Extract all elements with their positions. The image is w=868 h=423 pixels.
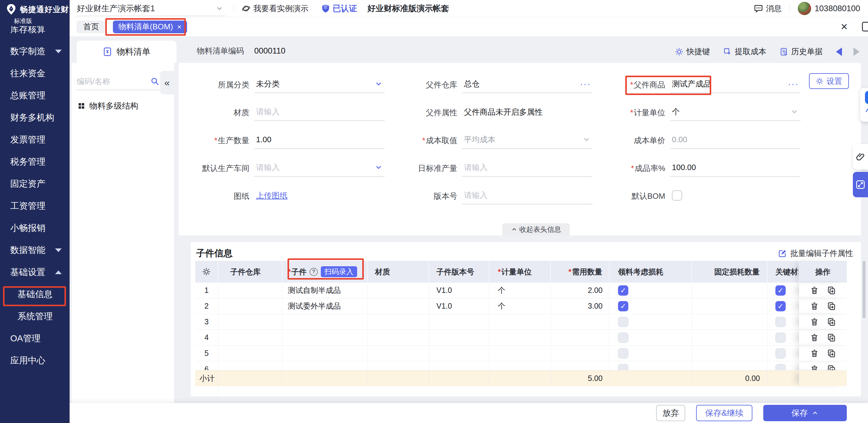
- more-ellipsis-icon[interactable]: ···: [580, 82, 591, 86]
- upload-drawing-link[interactable]: 上传图纸: [256, 190, 287, 201]
- cell-warehouse[interactable]: [218, 361, 282, 370]
- loss-checkbox[interactable]: [618, 317, 628, 327]
- search-icon[interactable]: [150, 77, 159, 86]
- cell-qty[interactable]: [551, 361, 610, 370]
- cell-version[interactable]: [429, 330, 489, 345]
- key-material-checkbox[interactable]: [775, 364, 786, 370]
- key-material-checkbox[interactable]: [775, 332, 786, 343]
- trash-icon[interactable]: [810, 302, 819, 311]
- avatar[interactable]: [798, 2, 811, 15]
- save-and-continue-button[interactable]: 保存&继续: [696, 405, 752, 421]
- cell-material[interactable]: [368, 314, 429, 329]
- messages-button[interactable]: 消息: [754, 3, 782, 14]
- cell-material[interactable]: [368, 346, 429, 361]
- demo-link[interactable]: 我要看实例演示: [242, 3, 308, 14]
- cell-material[interactable]: [368, 330, 429, 345]
- assistant-widget[interactable]: 小畅: [860, 88, 868, 122]
- tree-search-input[interactable]: 编码/名称: [76, 73, 159, 90]
- category-select[interactable]: 未分类: [254, 77, 385, 93]
- tab-home[interactable]: 首页: [76, 21, 105, 33]
- key-material-checkbox[interactable]: ✓: [775, 285, 786, 296]
- loss-checkbox[interactable]: ✓: [618, 285, 628, 296]
- scan-entry-button[interactable]: 扫码录入: [321, 266, 357, 277]
- prev-record-icon[interactable]: [836, 47, 842, 56]
- sidebar-item-fixed-assets[interactable]: 固定资产: [0, 173, 70, 195]
- trash-icon[interactable]: [810, 365, 819, 370]
- cell-warehouse[interactable]: [218, 314, 282, 329]
- copy-row-icon[interactable]: [827, 349, 836, 358]
- certified-badge[interactable]: 企 已认证: [321, 3, 357, 14]
- batch-edit-button[interactable]: 批量编辑子件属性: [778, 248, 853, 259]
- parent-warehouse-picker[interactable]: 总仓 ···: [462, 77, 593, 93]
- history-documents-button[interactable]: 历史单据: [780, 46, 823, 57]
- loss-checkbox[interactable]: ✓: [618, 301, 628, 311]
- collapse-header-button[interactable]: 收起表头信息: [502, 223, 569, 235]
- sidebar-item-basic-info[interactable]: 基础信息: [0, 283, 70, 305]
- tree-item-multilevel-structure[interactable]: 物料多级结构: [72, 100, 174, 111]
- cell-qty[interactable]: [551, 314, 610, 329]
- cell-unit[interactable]: [489, 346, 551, 361]
- key-material-checkbox[interactable]: [775, 317, 786, 327]
- sidebar-item-oa[interactable]: OA管理: [0, 327, 70, 350]
- sidebar-item-payroll[interactable]: 工资管理: [0, 195, 70, 217]
- cell-child[interactable]: 测试自制半成品: [282, 283, 368, 298]
- extract-cost-button[interactable]: 提取成本: [723, 46, 766, 57]
- cell-unit[interactable]: [489, 330, 551, 345]
- workshop-select[interactable]: 请输入: [254, 161, 385, 177]
- cell-child[interactable]: [282, 346, 368, 361]
- sidebar-item-invoice[interactable]: 发票管理: [0, 129, 70, 151]
- cell-material[interactable]: [368, 361, 429, 370]
- cell-unit[interactable]: 个: [489, 298, 551, 314]
- column-settings-gear[interactable]: [195, 261, 218, 283]
- shortcut-keys-button[interactable]: 快捷键: [675, 46, 710, 57]
- unit-select[interactable]: 个: [670, 105, 801, 121]
- cell-version[interactable]: V1.0: [429, 298, 489, 314]
- expand-dock-button[interactable]: [853, 172, 868, 197]
- cell-qty[interactable]: [551, 346, 610, 361]
- key-material-checkbox[interactable]: [775, 348, 786, 359]
- cell-child[interactable]: 测试委外半成品: [282, 298, 368, 314]
- settings-button[interactable]: 设置: [809, 73, 849, 89]
- cell-fixed-loss[interactable]: [692, 314, 768, 329]
- sidebar-item-general-ledger[interactable]: 总账管理: [0, 85, 70, 106]
- account-book-selector[interactable]: 好业财生产演示帐套1: [77, 1, 226, 16]
- close-icon[interactable]: ×: [177, 23, 182, 31]
- version-input[interactable]: 请输入: [462, 189, 593, 204]
- vertical-scrollbar[interactable]: [863, 261, 866, 318]
- bom-page-tab[interactable]: 物料清单: [76, 40, 177, 63]
- cell-warehouse[interactable]: [218, 283, 282, 298]
- sidebar-item-system-management[interactable]: 系统管理: [0, 305, 70, 327]
- sidebar-item-inventory-accounting[interactable]: 库存核算: [0, 26, 70, 40]
- trash-icon[interactable]: [810, 317, 819, 326]
- help-icon[interactable]: ?: [310, 268, 318, 276]
- material-input[interactable]: 请输入: [254, 105, 385, 121]
- cell-qty[interactable]: 2.00: [551, 283, 610, 298]
- attachment-dock-button[interactable]: [853, 144, 868, 169]
- cell-version[interactable]: [429, 346, 489, 361]
- copy-row-icon[interactable]: [827, 302, 836, 311]
- sidebar-item-tax[interactable]: 税务管理: [0, 151, 70, 173]
- cell-child[interactable]: [282, 361, 368, 370]
- next-record-icon[interactable]: [854, 47, 860, 56]
- cell-material[interactable]: [368, 283, 429, 298]
- cell-fixed-loss[interactable]: [692, 346, 768, 361]
- sidebar-item-current-funds[interactable]: 往来资金: [0, 62, 70, 85]
- copy-row-icon[interactable]: [827, 333, 836, 342]
- save-button[interactable]: 保存: [763, 405, 847, 421]
- yield-input[interactable]: 100.00: [670, 161, 801, 177]
- default-bom-checkbox[interactable]: [672, 190, 682, 201]
- cell-unit[interactable]: [489, 361, 551, 370]
- cell-fixed-loss[interactable]: [692, 361, 768, 370]
- copy-row-icon[interactable]: [827, 286, 836, 295]
- cell-unit[interactable]: [489, 314, 551, 329]
- cell-material[interactable]: [368, 298, 429, 314]
- discard-button[interactable]: 放弃: [656, 405, 685, 421]
- cell-fixed-loss[interactable]: [692, 283, 768, 298]
- loss-checkbox[interactable]: [618, 332, 628, 343]
- daily-output-input[interactable]: 请输入: [462, 161, 593, 177]
- parent-item-picker[interactable]: 测试产成品 ···: [670, 77, 801, 93]
- close-all-tabs-icon[interactable]: ✕: [840, 22, 848, 32]
- cell-warehouse[interactable]: [218, 346, 282, 361]
- sidebar-item-app-center[interactable]: 应用中心: [0, 350, 70, 371]
- trash-icon[interactable]: [810, 349, 819, 358]
